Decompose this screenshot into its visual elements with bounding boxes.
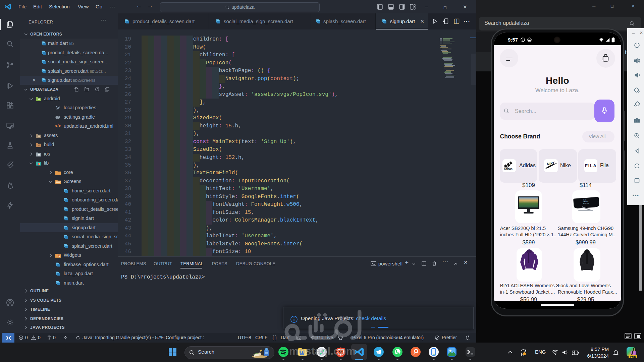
svg-text:PRE: PRE: [630, 355, 636, 358]
svg-text:FILA: FILA: [585, 163, 596, 168]
svg-text:adidas: adidas: [504, 167, 513, 171]
